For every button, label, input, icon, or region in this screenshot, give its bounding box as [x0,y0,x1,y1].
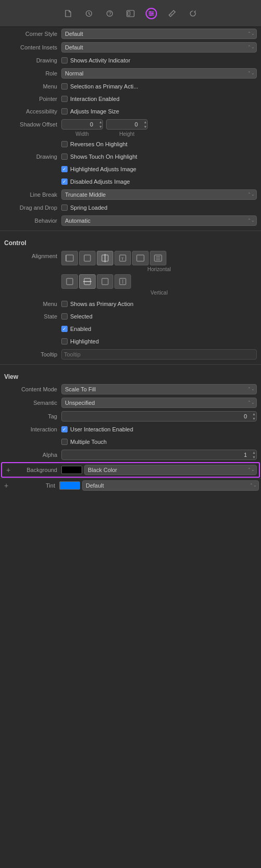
svg-rect-14 [84,255,90,261]
menu-button-label: Menu [4,83,61,90]
button-section: Corner Style Default Content Insets Defa… [0,27,261,492]
inspector-icon[interactable] [125,8,136,19]
line-break-select[interactable]: Truncate Middle [61,189,257,200]
pointer-cb-row: Interaction Enabled [61,96,120,102]
enabled-checkbox[interactable]: ✓ [61,326,68,332]
tag-stepper[interactable]: ▲▼ [252,412,256,421]
content-insets-select[interactable]: Default [61,42,257,53]
shows-primary-label: Shows as Primary Action [70,301,134,307]
animation-icon[interactable] [187,8,199,19]
horizontal-label: Horizontal [61,266,257,272]
spring-loaded-cb-row: Spring Loaded [61,205,108,211]
pointer-checkbox[interactable] [61,96,68,102]
vertical-label: Vertical [61,290,257,296]
tooltip-input[interactable] [62,350,256,359]
shadow-height-stepper[interactable]: ▲▼ [143,120,147,129]
accessibility-checkbox[interactable] [61,108,68,114]
background-label: Background [12,467,61,473]
align-v-fill-btn[interactable] [114,274,131,289]
semantic-select[interactable]: Unspecified [61,398,257,408]
control-section-header: Control [0,234,261,249]
line-break-row: Line Break Truncate Middle [0,188,261,201]
disabled-adjusts-checkbox[interactable]: ✓ [61,178,68,185]
tag-row: Tag 0 ▲▼ [0,410,261,423]
role-select[interactable]: Normal [61,68,257,79]
shadow-width-input[interactable]: 0 [61,119,103,130]
align-v-bottom-btn[interactable] [97,274,113,289]
shadow-offset-row: Shadow Offset 0 ▲▼ 0 ▲▼ [0,118,261,131]
align-v-middle-btn[interactable] [79,274,96,289]
interaction-label: Interaction [4,426,61,432]
role-row: Role Normal [0,67,261,80]
tint-select[interactable]: Default [82,480,259,491]
highlighted-adjusts-row: ✓ Highlighted Adjusts Image [0,163,261,175]
history-icon[interactable] [83,8,95,19]
svg-rect-24 [102,278,108,285]
align-h-left-btn[interactable] [61,251,78,265]
shadow-width-stepper[interactable]: ▲▼ [99,120,102,129]
align-h-middle-btn[interactable] [97,251,113,265]
tint-color-swatch[interactable] [59,481,80,490]
multiple-touch-checkbox[interactable] [61,439,68,445]
content-insets-row: Content Insets Default [0,41,261,54]
tint-select-wrapper: Default [82,480,259,491]
behavior-select[interactable]: Automatic [61,215,257,226]
tint-plus-btn[interactable]: + [2,481,10,490]
file-icon[interactable] [62,8,74,19]
help-icon[interactable]: ? [104,8,115,19]
align-h-text-btn[interactable]: T [114,251,131,265]
background-plus-btn[interactable]: + [4,466,12,474]
control-menu-label: Menu [4,301,61,307]
alignment-horizontal-buttons: T [61,251,257,265]
pointer-row: Pointer Interaction Enabled [0,93,261,105]
multiple-touch-label: Multiple Touch [70,439,107,445]
line-break-select-wrapper: Truncate Middle [61,189,257,200]
align-h-center-btn[interactable] [79,251,96,265]
tooltip-input-wrapper [61,349,257,360]
align-h-fill-btn[interactable] [150,251,166,265]
shadow-height-input[interactable]: 0 [106,119,148,130]
reverses-cb-row: Reverses On Highlight [61,141,127,147]
background-color-swatch[interactable] [61,466,82,474]
shows-primary-checkbox[interactable] [61,301,68,307]
alpha-label: Alpha [4,452,61,458]
reverses-row: Reverses On Highlight [0,138,261,150]
highlighted-cb-row: Highlighted [61,338,99,344]
content-mode-select[interactable]: Scale To Fill [61,384,257,394]
attributes-icon[interactable] [146,8,157,19]
user-interaction-checkbox[interactable]: ✓ [61,426,68,432]
background-select[interactable]: Black Color [84,465,257,475]
highlighted-adjusts-checkbox[interactable]: ✓ [61,166,68,172]
shows-touch-checkbox[interactable] [61,154,68,160]
shows-activity-label: Shows Activity Indicator [70,57,130,63]
alignment-vertical-buttons [61,274,257,289]
selected-cb-row: Selected [61,313,93,320]
svg-line-11 [171,14,172,15]
svg-point-10 [150,14,152,16]
accessibility-cb-label: Adjusts Image Size [70,108,119,114]
spring-loaded-checkbox[interactable] [61,205,68,211]
reverses-checkbox[interactable] [61,141,68,147]
corner-style-select[interactable]: Default [61,29,257,39]
highlighted-checkbox[interactable] [61,338,68,344]
behavior-select-wrapper: Automatic [61,215,257,226]
highlighted-adjusts-cb-row: ✓ Highlighted Adjusts Image [61,166,136,172]
role-select-wrapper: Normal [61,68,257,79]
svg-text:?: ? [109,11,112,17]
svg-rect-12 [66,255,73,261]
alpha-input[interactable]: 1 [61,450,257,460]
alpha-stepper[interactable]: ▲▼ [252,450,256,459]
enabled-label: Enabled [70,326,91,332]
drawing-row: Drawing Shows Activity Indicator [0,54,261,67]
shows-activity-checkbox[interactable] [61,57,68,63]
pointer-cb-label: Interaction Enabled [70,96,120,102]
menu-checkbox[interactable] [61,83,68,90]
align-v-top-btn[interactable] [61,274,78,289]
align-h-right-btn[interactable] [132,251,149,265]
selected-checkbox[interactable] [61,313,68,320]
interaction-row: Interaction ✓ User Interaction Enabled [0,423,261,436]
tag-input[interactable]: 0 [61,411,257,422]
drawing2-row: Drawing Shows Touch On Highlight [0,150,261,163]
alpha-row: Alpha 1 ▲▼ [0,448,261,462]
ruler-icon[interactable] [166,8,178,19]
